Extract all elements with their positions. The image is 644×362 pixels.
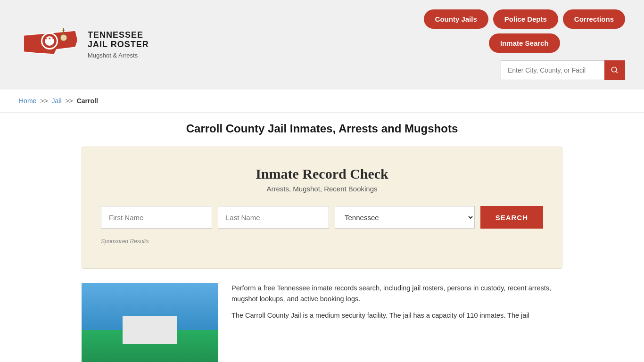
nav-row-1: County Jails Police Depts Corrections bbox=[424, 9, 625, 29]
svg-point-4 bbox=[60, 34, 67, 41]
description-para-2: The Carroll County Jail is a medium secu… bbox=[231, 310, 562, 321]
description-text: Perform a free Tennessee inmate records … bbox=[231, 283, 562, 327]
county-jails-nav-btn[interactable]: County Jails bbox=[424, 9, 488, 29]
record-check-box: Inmate Record Check Arrests, Mugshot, Re… bbox=[82, 147, 562, 269]
site-tagline: Mugshot & Arrests bbox=[88, 52, 149, 59]
logo-text: TENNESSEE JAIL ROSTER Mugshot & Arrests bbox=[88, 31, 149, 59]
header-search-button[interactable] bbox=[604, 60, 625, 80]
first-name-input[interactable] bbox=[101, 206, 212, 229]
record-check-title: Inmate Record Check bbox=[101, 166, 543, 182]
corrections-nav-btn[interactable]: Corrections bbox=[563, 9, 625, 29]
svg-text:★ ★ ★: ★ ★ ★ bbox=[44, 37, 55, 41]
jail-image bbox=[82, 283, 218, 362]
page-title: Carroll County Jail Inmates, Arrests and… bbox=[82, 122, 562, 135]
breadcrumb-current: Carroll bbox=[77, 97, 98, 105]
logo-image: ★ ★ ★ bbox=[19, 21, 80, 68]
breadcrumb: Home >> Jail >> Carroll bbox=[0, 90, 644, 113]
inmate-search-nav-btn[interactable]: Inmate Search bbox=[489, 33, 560, 53]
state-select[interactable]: AlabamaAlaskaArizonaArkansasCaliforniaCo… bbox=[335, 206, 475, 229]
search-icon bbox=[611, 66, 619, 74]
main-nav: County Jails Police Depts Corrections In… bbox=[424, 9, 625, 53]
record-check-subtitle: Arrests, Mugshot, Recent Bookings bbox=[101, 185, 543, 193]
site-title-line1: TENNESSEE bbox=[88, 31, 149, 40]
breadcrumb-sep-2: >> bbox=[65, 97, 73, 105]
logo-area: ★ ★ ★ TENNESSEE JAIL ROSTER Mugshot & Ar… bbox=[19, 21, 149, 68]
header-search-input[interactable] bbox=[501, 60, 604, 80]
main-content: Carroll County Jail Inmates, Arrests and… bbox=[63, 113, 581, 362]
last-name-input[interactable] bbox=[218, 206, 329, 229]
breadcrumb-sep-1: >> bbox=[40, 97, 48, 105]
header-search-area bbox=[501, 60, 625, 80]
description-para-1: Perform a free Tennessee inmate records … bbox=[231, 283, 562, 304]
inmate-search-form: AlabamaAlaskaArizonaArkansasCaliforniaCo… bbox=[101, 206, 543, 229]
nav-row-2: Inmate Search bbox=[489, 33, 560, 53]
inmate-search-submit-btn[interactable]: SEARCH bbox=[480, 206, 543, 229]
site-header: ★ ★ ★ TENNESSEE JAIL ROSTER Mugshot & Ar… bbox=[0, 0, 644, 90]
site-title-line2: JAIL ROSTER bbox=[88, 40, 149, 49]
breadcrumb-home[interactable]: Home bbox=[19, 97, 36, 105]
breadcrumb-jail[interactable]: Jail bbox=[52, 97, 62, 105]
bottom-section: Perform a free Tennessee inmate records … bbox=[82, 283, 562, 362]
police-depts-nav-btn[interactable]: Police Depts bbox=[493, 9, 558, 29]
sponsored-label: Sponsored Results bbox=[101, 238, 543, 245]
